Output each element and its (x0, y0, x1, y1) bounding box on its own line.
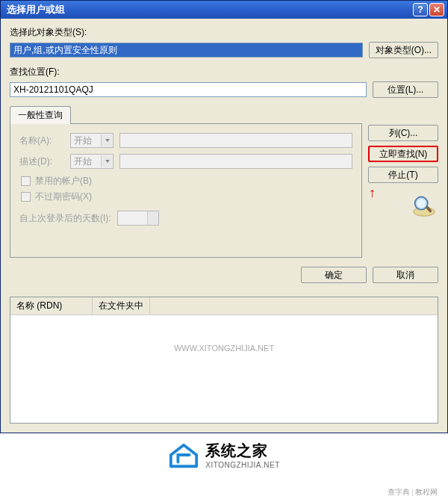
svg-point-2 (417, 199, 426, 207)
locations-button[interactable]: 位置(L)... (373, 81, 438, 98)
watermark-right: 查字典 | 教程网 (388, 487, 438, 498)
titlebar: 选择用户或组 ? ✕ (1, 1, 447, 19)
window-title: 选择用户或组 (4, 3, 413, 16)
columns-button[interactable]: 列(C)... (368, 125, 438, 141)
name-mode-combo: 开始 (70, 133, 113, 148)
results-list[interactable]: 名称 (RDN) 在文件夹中 (10, 297, 438, 424)
desc-label: 描述(D): (19, 155, 64, 168)
non-expiring-label: 不过期密码(X) (35, 190, 92, 203)
object-type-label: 选择此对象类型(S): (10, 26, 438, 39)
desc-input (119, 154, 352, 169)
tab-content: 名称(A): 开始 描述(D): 开始 禁用的帐户(B) (10, 123, 362, 258)
results-col-folder[interactable]: 在文件夹中 (93, 297, 150, 314)
brand-logo-icon (168, 439, 199, 471)
days-spinner (117, 211, 159, 226)
branding-footer: 系统之家 XITONGZHIJIA.NET (0, 433, 448, 489)
brand-name-cn: 系统之家 (205, 441, 280, 461)
non-expiring-checkbox (21, 192, 31, 202)
results-col-name[interactable]: 名称 (RDN) (10, 297, 93, 314)
find-now-button[interactable]: 立即查找(N) (368, 146, 438, 162)
disabled-accounts-checkbox (21, 176, 31, 186)
location-label: 查找位置(F): (10, 66, 438, 78)
disabled-accounts-label: 禁用的帐户(B) (35, 175, 92, 188)
days-since-logon-label: 自上次登录后的天数(I): (19, 212, 111, 225)
stop-button[interactable]: 停止(T) (368, 167, 438, 183)
brand-name-en: XITONGZHIJIA.NET (205, 461, 280, 469)
location-field[interactable] (10, 82, 367, 97)
close-button[interactable]: ✕ (429, 3, 444, 16)
ok-button[interactable]: 确定 (301, 267, 367, 283)
object-type-field[interactable] (10, 43, 363, 58)
cancel-button[interactable]: 取消 (373, 267, 438, 283)
help-button[interactable]: ? (413, 3, 428, 16)
name-input (119, 133, 352, 148)
object-types-button[interactable]: 对象类型(O)... (369, 42, 438, 58)
watermark-center: WWW.XITONGZHIJIA.NET (174, 344, 274, 353)
tab-common-queries[interactable]: 一般性查询 (10, 106, 71, 124)
search-icon (410, 190, 438, 219)
desc-mode-combo: 开始 (70, 154, 113, 169)
name-label: 名称(A): (19, 134, 64, 147)
